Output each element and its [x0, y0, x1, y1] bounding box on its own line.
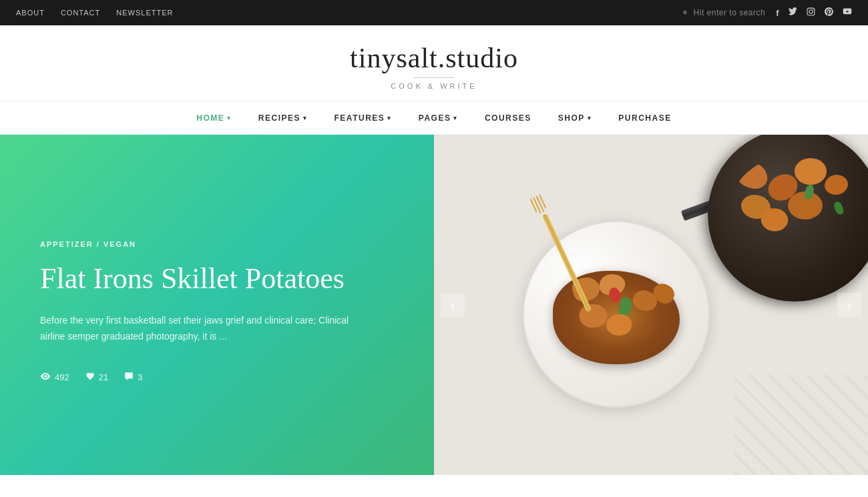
nav-item-recipes[interactable]: RECIPES ▾: [245, 101, 321, 135]
nav-item-shop[interactable]: SHOP ▾: [545, 101, 606, 135]
chevron-down-icon: ▾: [387, 101, 392, 135]
hero-excerpt: Before the very first basketball set the…: [40, 313, 361, 345]
hero-section: APPETIZER / VEGAN Flat Irons Skillet Pot…: [0, 135, 868, 475]
social-icons: f: [776, 7, 852, 18]
twitter-icon[interactable]: [789, 7, 797, 18]
chevron-down-icon: ▾: [588, 101, 592, 135]
hero-likes: 21: [85, 372, 108, 383]
potato-5: [606, 314, 632, 336]
skillet-potato-1: [732, 159, 770, 191]
newsletter-link[interactable]: NEWSLETTER: [116, 9, 173, 17]
prev-slide-button[interactable]: ‹: [441, 293, 465, 317]
plate-container: [523, 221, 710, 408]
comment-icon: [124, 372, 134, 383]
food-pile: [546, 258, 686, 371]
hero-comments: 3: [124, 372, 142, 383]
main-nav: HOME ▾ RECIPES ▾ FEATURES ▾ PAGES ▾ COUR…: [0, 101, 868, 135]
likes-count: 21: [99, 372, 108, 382]
chevron-down-icon: ▾: [227, 101, 232, 135]
skillet-potato-3: [795, 158, 827, 185]
cloth-pattern: [734, 375, 868, 475]
pinterest-icon[interactable]: [825, 7, 833, 18]
top-bar: ABOUT CONTACT NEWSLETTER ⚬ Hit enter to …: [0, 0, 868, 25]
views-count: 492: [55, 372, 69, 382]
contact-link[interactable]: CONTACT: [61, 9, 100, 17]
next-slide-button[interactable]: ›: [837, 293, 861, 317]
site-subtitle: COOK & WRITE: [0, 82, 868, 90]
chevron-down-icon: ▾: [303, 101, 308, 135]
hero-title: Flat Irons Skillet Potatoes: [40, 262, 394, 297]
plate: [523, 221, 710, 408]
hero-meta: 492 21 3: [40, 372, 394, 383]
instagram-icon[interactable]: [807, 7, 815, 18]
hero-right-panel: [434, 135, 868, 475]
chevron-down-icon: ▾: [453, 101, 458, 135]
header-divider: [414, 77, 454, 78]
search-area[interactable]: ⚬ Hit enter to search: [681, 7, 765, 18]
nav-item-home[interactable]: HOME ▾: [183, 101, 245, 135]
svg-point-2: [813, 9, 813, 10]
skillet-contents: [728, 155, 861, 275]
svg-rect-0: [807, 8, 815, 15]
site-header: tinysalt.studio COOK & WRITE: [0, 25, 868, 101]
hero-views: 492: [40, 372, 69, 382]
about-link[interactable]: ABOUT: [16, 9, 45, 17]
hero-category: APPETIZER / VEGAN: [40, 240, 394, 248]
eye-icon: [40, 372, 51, 382]
nav-item-pages[interactable]: PAGES ▾: [405, 101, 471, 135]
top-nav: ABOUT CONTACT NEWSLETTER: [16, 9, 173, 17]
svg-point-1: [809, 10, 813, 13]
youtube-icon[interactable]: [843, 7, 852, 18]
skillet-potato-7: [823, 173, 850, 197]
nav-item-courses[interactable]: COURSES: [471, 101, 545, 135]
search-placeholder: Hit enter to search: [694, 8, 766, 17]
skillet-pepper-2: [833, 201, 845, 216]
hero-left-panel: APPETIZER / VEGAN Flat Irons Skillet Pot…: [0, 135, 434, 475]
nav-item-features[interactable]: FEATURES ▾: [321, 101, 405, 135]
comments-count: 3: [138, 372, 142, 382]
top-bar-right: ⚬ Hit enter to search f: [681, 7, 852, 18]
search-icon: ⚬: [681, 7, 690, 18]
nav-item-purchase[interactable]: PURCHASE: [605, 101, 684, 135]
facebook-icon[interactable]: f: [776, 8, 779, 18]
heart-icon: [85, 372, 95, 383]
site-title: tinysalt.studio: [0, 44, 868, 72]
